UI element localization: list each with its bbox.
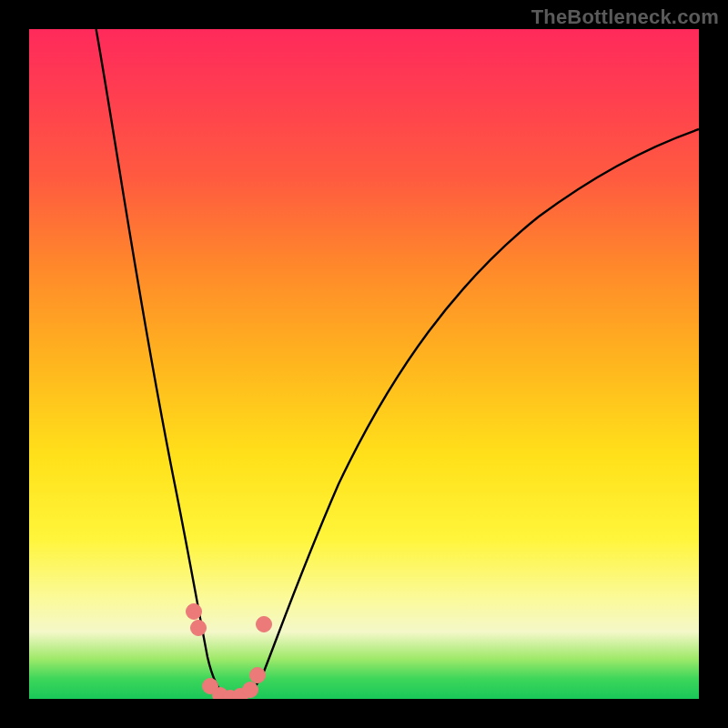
marker-group — [187, 604, 272, 700]
bottleneck-curve — [96, 29, 699, 698]
marker-dot — [191, 621, 207, 636]
watermark-text: TheBottleneck.com — [531, 5, 719, 29]
marker-dot — [187, 604, 202, 620]
marker-dot — [250, 668, 266, 683]
plot-area — [29, 29, 699, 699]
marker-dot — [243, 682, 258, 698]
marker-dot — [257, 617, 272, 632]
chart-svg — [29, 29, 699, 699]
chart-frame: TheBottleneck.com — [0, 0, 728, 728]
